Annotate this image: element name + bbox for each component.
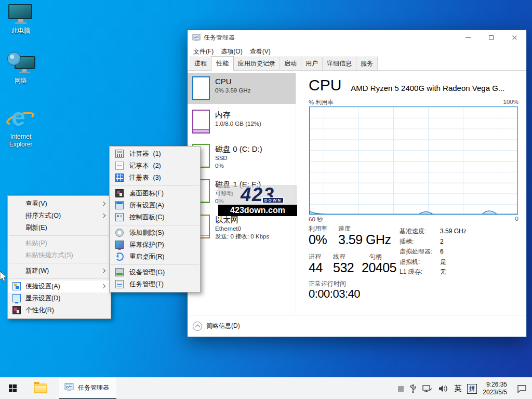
language-indicator[interactable]: 英 (454, 384, 461, 393)
restart-icon (115, 252, 124, 261)
cpu-utilization-graph[interactable] (309, 107, 518, 215)
summary-view-toggle[interactable]: 简略信息(D) (188, 315, 526, 337)
menu-view[interactable]: 查看(V) (246, 46, 274, 57)
taskbar-task-manager-button[interactable]: 任务管理器 (59, 378, 116, 399)
usb-icon[interactable] (409, 384, 417, 393)
system-tray: 英 拼 9:26:35 2023/5/5 (398, 378, 527, 399)
desktop-icon-label: Internet Explorer (1, 133, 41, 149)
menu-item-quick-settings[interactable]: 便捷设置(A) (8, 281, 111, 292)
menu-separator (9, 235, 110, 236)
tab-processes[interactable]: 进程 (190, 57, 211, 70)
mouse-cursor (0, 271, 9, 283)
menu-item-personalize[interactable]: 个性化(R) (8, 304, 111, 316)
stat-util-value: 0% (309, 232, 327, 247)
menu-item-new[interactable]: 新建(W) (8, 265, 111, 277)
cpu-heading: CPU (309, 76, 341, 95)
sidebar-item-cpu[interactable]: CPU 0% 3.59 GHz (188, 73, 296, 104)
task-manager-window: 任务管理器 文件(F) 选项(O) 查看(V) 进程 性能 应用历史记录 启动 … (187, 30, 527, 337)
display-settings-icon (12, 294, 21, 302)
task-manager-icon (115, 280, 124, 288)
stat-uptime-value: 0:00:03:40 (309, 287, 360, 301)
action-center-icon[interactable] (517, 384, 527, 393)
menu-item-paste-shortcut: 粘贴快捷方式(S) (8, 249, 111, 261)
tray-app-icon[interactable] (398, 386, 404, 392)
collapse-icon (193, 322, 202, 331)
stat-speed-value: 3.59 GHz (338, 232, 391, 247)
menu-bar: 文件(F) 选项(O) 查看(V) (190, 46, 274, 57)
cpu-info-list: 基准速度:3.59 GHz 插槽:2 虚拟处理器:6 虚拟机:是 L1 缓存:无 (400, 227, 467, 277)
quick-settings-submenu: 计算器(1) 记事本(2) 注册表(3) 桌面图标(F) 所有设置(A) 控制面… (109, 146, 201, 292)
internet-explorer-icon: e (6, 105, 35, 131)
screensaver-icon (115, 241, 124, 249)
submenu-item-screensaver[interactable]: 屏幕保护(P) (110, 239, 200, 251)
taskbar: 任务管理器 英 拼 9:26:35 2023/5/5 (0, 377, 532, 399)
stat-handles-value: 20405 (362, 260, 396, 275)
submenu-item-task-manager[interactable]: 任务管理(T) (110, 278, 200, 290)
calculator-icon (115, 150, 124, 158)
desktop-icon-label: 网络 (1, 77, 41, 85)
submenu-item-registry[interactable]: 注册表(3) (110, 172, 200, 184)
menu-item-view[interactable]: 查看(V) (8, 198, 111, 210)
window-title: 任务管理器 (204, 33, 235, 42)
desktop-icon-network[interactable]: 网络 (1, 52, 41, 85)
clock[interactable]: 9:26:35 2023/5/5 (483, 381, 507, 396)
quick-settings-icon (12, 282, 21, 290)
submenu-item-desktop-icons[interactable]: 桌面图标(F) (110, 188, 200, 200)
x-axis-right: 0 (515, 216, 518, 223)
desktop[interactable]: 此电脑 网络 e Internet Explorer 任务管理器 (0, 0, 532, 377)
submenu-item-all-settings[interactable]: 所有设置(A) (110, 200, 200, 211)
menu-item-display-settings[interactable]: 显示设置(D) (8, 292, 111, 304)
stat-threads-value: 532 (333, 260, 354, 275)
network-desktop-icon (6, 52, 35, 75)
cpu-device-name: AMD Ryzen 5 2400G with Radeon Vega G... (351, 84, 504, 92)
tab-performance[interactable]: 性能 (211, 56, 234, 71)
menu-options[interactable]: 选项(O) (217, 46, 246, 57)
sidebar-item-memory[interactable]: 内存 1.0/8.0 GB (12%) (188, 106, 296, 138)
chevron-right-icon (101, 269, 105, 273)
registry-icon (115, 174, 124, 182)
task-manager-icon (192, 34, 201, 42)
all-settings-icon (115, 201, 124, 209)
y-axis-max: 100% (503, 99, 518, 107)
tray-time: 9:26:35 (483, 381, 507, 389)
menu-file[interactable]: 文件(F) (190, 46, 217, 57)
notepad-icon (115, 162, 124, 170)
ime-indicator[interactable]: 拼 (467, 384, 477, 394)
menu-item-sort-by[interactable]: 排序方式(O) (8, 210, 111, 222)
cpu-graph-line (310, 107, 517, 214)
add-remove-icon (115, 229, 124, 237)
submenu-item-calculator[interactable]: 计算器(1) (110, 148, 200, 160)
chevron-right-icon (101, 214, 105, 218)
start-button[interactable] (0, 378, 25, 399)
desktop-icons-icon (115, 189, 124, 197)
network-icon[interactable] (422, 384, 433, 393)
memory-thumbnail (192, 110, 210, 134)
stat-processes-value: 44 (309, 260, 323, 275)
globe-icon (7, 52, 21, 65)
device-manager-icon (115, 268, 124, 276)
submenu-item-device-manager[interactable]: 设备管理(G) (110, 267, 200, 278)
desktop-icon-internet-explorer[interactable]: e Internet Explorer (1, 105, 41, 149)
submenu-item-restart-desktop[interactable]: 重启桌面(R) (110, 251, 200, 263)
menu-item-paste: 粘贴(P) (8, 237, 111, 249)
sidebar-item-disk0[interactable]: 磁盘 0 (C: D:) SSD 0% (188, 140, 296, 174)
tab-startup[interactable]: 启动 (280, 57, 301, 70)
tray-date: 2023/5/5 (483, 389, 507, 396)
tab-app-history[interactable]: 应用历史记录 (233, 57, 280, 70)
menu-item-refresh[interactable]: 刷新(E) (8, 222, 111, 234)
submenu-item-notepad[interactable]: 记事本(2) (110, 160, 200, 172)
windows-logo-icon (9, 384, 17, 392)
cpu-panel: CPU AMD Ryzen 5 2400G with Radeon Vega G… (309, 30, 518, 338)
control-panel-icon (115, 213, 124, 221)
menu-separator (9, 278, 110, 279)
speaker-icon[interactable] (438, 384, 448, 393)
chevron-right-icon (101, 284, 105, 288)
submenu-item-control-panel[interactable]: 控制面板(C) (110, 211, 200, 223)
submenu-item-add-remove[interactable]: 添加删除(S) (110, 227, 200, 239)
cpu-thumbnail (192, 76, 210, 100)
this-pc-icon (8, 4, 33, 25)
file-explorer-button[interactable] (29, 378, 52, 399)
folder-icon (34, 383, 47, 393)
desktop-icon-this-pc[interactable]: 此电脑 (1, 4, 41, 35)
menu-separator (9, 263, 110, 263)
